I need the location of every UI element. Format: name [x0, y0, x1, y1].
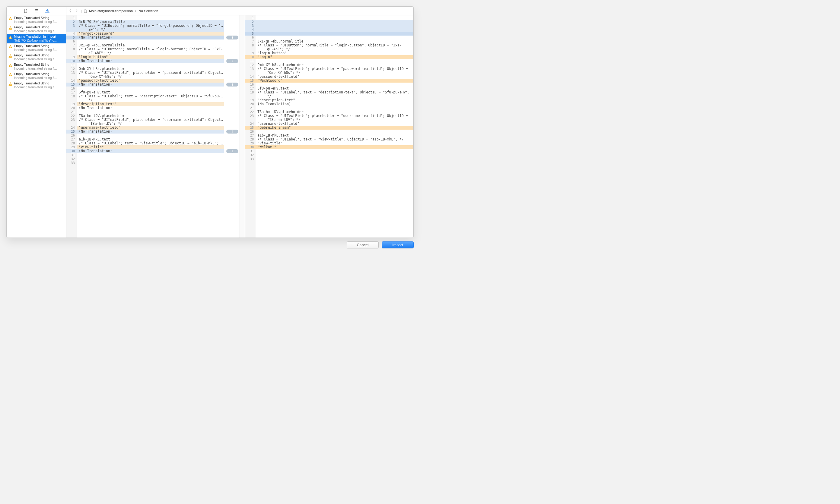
code-line: "login-button"	[77, 55, 224, 59]
svg-rect-19	[10, 66, 11, 66]
issue-item[interactable]: Empty Translated StringIncoming translat…	[7, 53, 66, 62]
code-line: (No Translation)	[77, 36, 224, 39]
code-line	[256, 20, 413, 24]
code-line: "forgot-password"	[77, 32, 224, 36]
code-pane-left[interactable]: 5rB-7Q-Zw4.normalTitle/* Class = "UIButt…	[77, 15, 224, 237]
code-line: "password-textfield"	[77, 79, 224, 83]
issue-subtitle: Incoming translated string f…	[14, 85, 64, 89]
issue-item[interactable]: Empty Translated StringIncoming translat…	[7, 71, 66, 81]
issue-subtitle: Incoming translated string f…	[14, 48, 64, 52]
code-line: "Login"	[256, 55, 413, 59]
code-line: "Gebruikersnaam"	[256, 126, 413, 130]
code-line: "description-text"	[77, 102, 224, 106]
svg-rect-14	[10, 46, 11, 47]
code-line: T8a-hm-lDV.placeholder	[77, 114, 224, 118]
code-line	[256, 59, 413, 63]
code-line: (No Translation)	[77, 149, 224, 153]
svg-rect-10	[10, 28, 11, 29]
code-line: SfU-pu-eHV.text	[77, 90, 224, 94]
code-line	[256, 149, 413, 153]
code-line	[256, 24, 413, 28]
code-line	[77, 16, 224, 20]
line-gutter-left: 1234567891011121314151617181920212223242…	[66, 15, 77, 237]
issue-item[interactable]: Empty Translated StringIncoming translat…	[7, 43, 66, 53]
warning-icon	[8, 73, 12, 76]
issue-item[interactable]: Empty Translated StringIncoming translat…	[7, 15, 66, 25]
code-line: "view-title"	[256, 141, 413, 145]
issue-item[interactable]: Empty Translated StringIncoming translat…	[7, 81, 66, 90]
code-line: "username-textfield"	[256, 122, 413, 126]
diff-badge[interactable]: 2	[226, 59, 238, 63]
file-icon	[84, 9, 87, 13]
code-line	[256, 153, 413, 157]
code-line: (No Translation)	[256, 102, 413, 106]
code-line: /* Class = "UILabel"; text = "view-title…	[256, 138, 413, 141]
issue-item[interactable]: Empty Translated StringIncoming translat…	[7, 25, 66, 34]
code-line: /* Class = "UILabel"; text = "descriptio…	[256, 90, 413, 94]
svg-rect-15	[10, 47, 11, 48]
code-line: "Welkom!"	[256, 145, 413, 149]
diff-view: 1234567891011121314151617181920212223242…	[66, 15, 413, 237]
footer-buttons: Cancel Import	[347, 241, 414, 248]
code-line: */	[77, 98, 224, 102]
svg-rect-22	[10, 84, 11, 85]
svg-rect-4	[35, 12, 36, 12]
code-line	[256, 36, 413, 39]
diff-minimap[interactable]	[240, 15, 245, 237]
code-line: "login-button"	[256, 51, 413, 55]
code-line: Zw4"; */	[77, 28, 224, 32]
code-line	[77, 133, 224, 138]
code-line	[256, 83, 413, 87]
issue-title: Empty Translated String	[14, 53, 64, 57]
code-line: /* Class = "UIButton"; normalTitle = "lo…	[256, 43, 413, 47]
file-view-icon[interactable]	[23, 8, 28, 13]
warning-icon	[8, 54, 12, 58]
line-gutter-right: 1234567891011121314151617181920212223242…	[245, 15, 256, 237]
issue-subtitle: Incoming translated string f…	[14, 20, 64, 24]
warning-icon	[8, 17, 12, 20]
jump-bar-selection[interactable]: No Selection	[138, 9, 158, 13]
code-line: /* Class = "UILabel"; text = "view-title…	[77, 141, 224, 145]
diff-badge[interactable]: 5	[226, 149, 238, 153]
code-line	[77, 110, 224, 114]
issue-view-icon[interactable]	[45, 8, 50, 13]
code-line: Omb-XY-h8s.placeholder	[256, 63, 413, 67]
cancel-button[interactable]: Cancel	[347, 241, 379, 248]
code-line: "Omb-XY-h8s"; */	[77, 75, 224, 79]
svg-rect-12	[10, 37, 11, 38]
issue-title: Empty Translated String	[14, 25, 64, 29]
issue-list[interactable]: Empty Translated StringIncoming translat…	[7, 15, 66, 237]
diff-badge[interactable]: 3	[226, 83, 238, 87]
issue-subtitle: Incoming translated string f…	[14, 57, 64, 61]
issue-item[interactable]: Missing Translation in Import"5rB-7Q-Zw4…	[7, 34, 66, 43]
diff-badge[interactable]: 1	[226, 36, 238, 39]
jump-bar[interactable]: | Main.storyboard.comparison No Selectio…	[66, 7, 413, 15]
warning-icon	[8, 44, 12, 49]
svg-rect-9	[10, 19, 11, 20]
svg-rect-6	[47, 10, 47, 12]
warning-icon	[8, 35, 12, 39]
warning-icon	[8, 63, 12, 67]
issue-item[interactable]: Empty Translated StringIncoming translat…	[7, 62, 66, 71]
svg-rect-13	[10, 38, 11, 38]
nav-forward-button[interactable]	[74, 8, 79, 14]
code-line: a1b-1B-MkE.text	[256, 133, 413, 138]
code-line: "Omb-XY-h8s"; */	[256, 71, 413, 75]
issue-title: Empty Translated String	[14, 44, 64, 48]
warning-icon	[8, 26, 12, 30]
import-button[interactable]: Import	[382, 241, 414, 248]
warning-icon	[8, 82, 12, 86]
code-line: gF-4bE"; */	[77, 51, 224, 55]
code-line	[77, 39, 224, 43]
flat-view-icon[interactable]	[34, 8, 39, 13]
diff-badge[interactable]: 4	[226, 130, 238, 133]
svg-rect-23	[10, 85, 11, 85]
code-line: "password-textfield"	[256, 75, 413, 79]
issue-subtitle: Incoming translated string f…	[14, 76, 64, 80]
nav-back-button[interactable]	[68, 8, 73, 14]
svg-rect-0	[35, 10, 36, 10]
code-line	[77, 87, 224, 90]
code-pane-right[interactable]: JxI-gF-4bE.normalTitle/* Class = "UIButt…	[256, 15, 413, 237]
issue-title: Empty Translated String	[14, 63, 64, 67]
jump-bar-file[interactable]: Main.storyboard.comparison	[89, 9, 133, 13]
